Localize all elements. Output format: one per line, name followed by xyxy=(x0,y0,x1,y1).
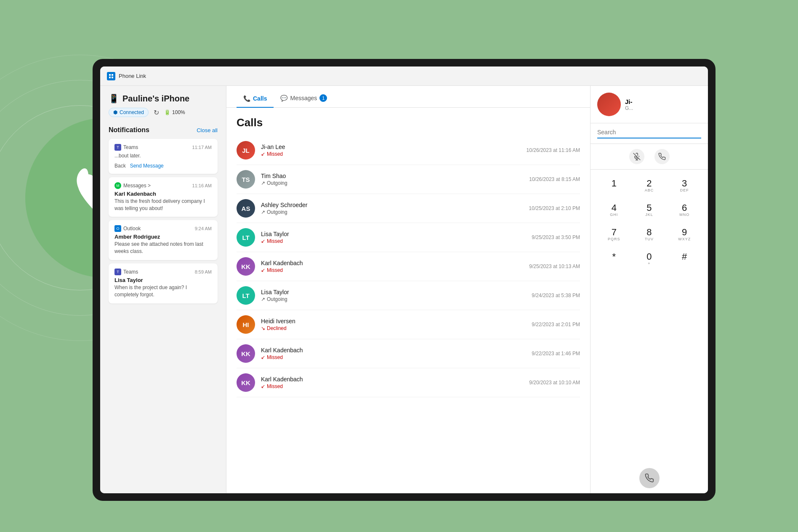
notification-sender: Lisa Taylor xyxy=(114,277,212,283)
call-row[interactable]: TS Tim Shao ↗ Outgoing 10/26/2023 at 8:1… xyxy=(237,165,580,194)
call-status: ↗ Outgoing xyxy=(261,296,532,302)
call-avatar: LT xyxy=(237,286,255,305)
call-status: ↗ Outgoing xyxy=(261,180,529,186)
call-datetime: 9/24/2023 at 5:38 PM xyxy=(532,293,580,298)
call-status-icon: ↗ xyxy=(261,180,265,186)
right-panel: Ji- G... xyxy=(590,86,708,493)
dial-key-0[interactable]: 0 + xyxy=(633,248,666,271)
refresh-icon[interactable]: ↻ xyxy=(154,109,159,117)
notification-body: ...bout later. xyxy=(114,152,212,160)
call-row[interactable]: KK Karl Kadenbach ↙ Missed 9/22/2023 at … xyxy=(237,339,580,368)
notification-card: T Teams 8:59 AM Lisa Taylor When is the … xyxy=(109,263,218,303)
dial-key-1[interactable]: 1 xyxy=(597,175,631,197)
call-avatar: KK xyxy=(237,344,255,363)
call-row[interactable]: LT Lisa Taylor ↙ Missed 9/25/2023 at 3:5… xyxy=(237,223,580,252)
call-name: Heidi Iversen xyxy=(261,318,532,325)
call-status: ↙ Missed xyxy=(261,267,529,273)
notification-app: O Outlook xyxy=(114,225,141,232)
call-avatar: KK xyxy=(237,257,255,276)
call-info: Lisa Taylor ↙ Missed xyxy=(261,231,532,244)
contact-name: Ji- xyxy=(625,98,633,105)
call-row[interactable]: AS Ashley Schroeder ↗ Outgoing 10/25/202… xyxy=(237,194,580,223)
tab-messages[interactable]: 💬 Messages 1 xyxy=(274,94,334,108)
device-name: 📱 Pauline's iPhone xyxy=(109,93,218,104)
calls-tab-icon: 📞 xyxy=(243,95,250,102)
notification-actions: Back Send Message xyxy=(114,163,212,169)
teams-app-icon: T xyxy=(114,144,121,151)
call-info: Ashley Schroeder ↗ Outgoing xyxy=(261,202,529,215)
laptop-screen: Phone Link 📱 Pauline's iPhone ⬢ Connecte… xyxy=(100,66,708,493)
search-area xyxy=(591,123,708,144)
messages-tab-label: Messages xyxy=(290,95,317,101)
mute-button[interactable] xyxy=(629,149,644,164)
notification-time: 11:17 AM xyxy=(192,145,212,150)
contact-info: Ji- G... xyxy=(625,98,633,111)
dial-key-#[interactable]: # xyxy=(668,248,701,271)
title-bar: Phone Link xyxy=(100,66,708,86)
dial-letters: + xyxy=(648,261,650,266)
call-info: Karl Kadenbach ↙ Missed xyxy=(261,376,529,389)
calls-tab-label: Calls xyxy=(253,95,267,102)
call-avatar: LT xyxy=(237,228,255,247)
search-input[interactable] xyxy=(597,129,701,136)
call-row[interactable]: KK Karl Kadenbach ↙ Missed 9/25/2023 at … xyxy=(237,252,580,281)
notification-top: M Messages > 11:16 AM xyxy=(114,182,212,189)
dial-key-3[interactable]: 3 DEF xyxy=(668,175,701,197)
svg-rect-3 xyxy=(112,77,113,78)
call-row[interactable]: KK Karl Kadenbach ↙ Missed 9/20/2023 at … xyxy=(237,368,580,397)
contact-avatar-large xyxy=(597,93,621,116)
dial-key-9[interactable]: 9 WXYZ xyxy=(668,223,701,246)
call-status-icon: ↗ xyxy=(261,296,265,302)
send-message-button[interactable]: Send Message xyxy=(130,163,164,169)
call-name: Karl Kadenbach xyxy=(261,376,529,383)
call-info: Karl Kadenbach ↙ Missed xyxy=(261,347,532,360)
call-status-icon: ↙ xyxy=(261,383,265,389)
dial-key-4[interactable]: 4 GHI xyxy=(597,199,631,222)
call-avatar: JL xyxy=(237,141,255,160)
call-name: Karl Kadenbach xyxy=(261,260,529,266)
dial-letters: JKL xyxy=(645,213,653,218)
notification-top: T Teams 8:59 AM xyxy=(114,269,212,275)
call-datetime: 10/26/2023 at 8:15 AM xyxy=(529,176,580,182)
dial-number: 1 xyxy=(612,179,617,188)
messages-app-icon: M xyxy=(114,182,121,189)
notification-top: O Outlook 9:24 AM xyxy=(114,225,212,232)
call-row[interactable]: JL Ji-an Lee ↙ Missed 10/26/2023 at 11:1… xyxy=(237,136,580,165)
call-row[interactable]: LT Lisa Taylor ↗ Outgoing 9/24/2023 at 5… xyxy=(237,281,580,310)
dial-letters: PQRS xyxy=(608,237,620,242)
dial-key-8[interactable]: 8 TUV xyxy=(633,223,666,246)
device-status: ⬢ Connected ↻ 🔋 100% xyxy=(109,108,218,117)
dial-key-5[interactable]: 5 JKL xyxy=(633,199,666,222)
calls-title: Calls xyxy=(237,116,580,129)
dial-letters: MNO xyxy=(679,213,689,218)
notification-body: This is the fresh food delivery company … xyxy=(114,198,212,212)
call-status-label: Declined xyxy=(267,325,287,331)
call-button[interactable] xyxy=(654,149,670,164)
call-fab-button[interactable] xyxy=(639,468,660,488)
tab-calls[interactable]: 📞 Calls xyxy=(237,95,274,108)
device-header: 📱 Pauline's iPhone ⬢ Connected ↻ 🔋 100% xyxy=(100,86,226,122)
dial-key-6[interactable]: 6 MNO xyxy=(668,199,701,222)
notification-time: 9:24 AM xyxy=(195,226,212,231)
notification-app: M Messages > xyxy=(114,182,151,189)
dial-key-7[interactable]: 7 PQRS xyxy=(597,223,631,246)
dial-key-2[interactable]: 2 ABC xyxy=(633,175,666,197)
call-row[interactable]: HI Heidi Iversen ↘ Declined 9/22/2023 at… xyxy=(237,310,580,339)
call-name: Lisa Taylor xyxy=(261,289,532,295)
call-status-icon: ↙ xyxy=(261,354,265,360)
call-datetime: 9/25/2023 at 10:13 AM xyxy=(529,263,580,269)
svg-rect-1 xyxy=(112,74,113,76)
close-all-button[interactable]: Close all xyxy=(197,127,218,133)
back-button[interactable]: Back xyxy=(114,163,126,169)
call-status-icon: ↙ xyxy=(261,151,265,157)
dial-letters: ABC xyxy=(645,188,654,193)
call-datetime: 10/25/2023 at 2:10 PM xyxy=(529,205,580,211)
call-avatar: KK xyxy=(237,373,255,392)
call-name: Lisa Taylor xyxy=(261,231,532,237)
connected-status: ⬢ Connected xyxy=(109,108,149,117)
call-status-label: Missed xyxy=(267,267,283,273)
call-datetime: 9/22/2023 at 2:01 PM xyxy=(532,322,580,327)
notification-body: Please see the attached notes from last … xyxy=(114,241,212,255)
dial-key-*[interactable]: * xyxy=(597,248,631,271)
call-info: Lisa Taylor ↗ Outgoing xyxy=(261,289,532,302)
